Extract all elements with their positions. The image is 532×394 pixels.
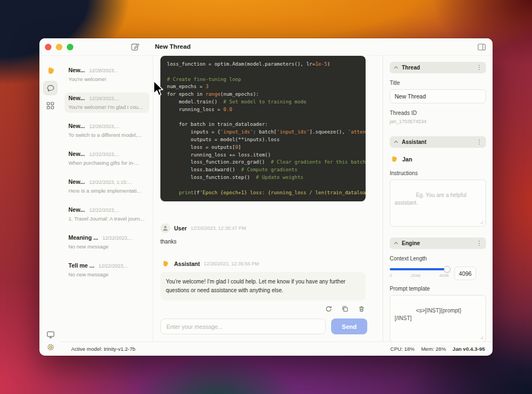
code-line: inputs = {'input_ids': batch['input_ids'…: [167, 129, 359, 136]
message-timestamp: 12/26/2023, 12:35:47 PM: [190, 225, 246, 231]
code-line: model.train() # Set model to training mo…: [167, 99, 359, 106]
thread-snippet: You're welcome!: [68, 76, 146, 82]
thread-list-item[interactable]: New...12/22/2023,...1. Travel Journal: A…: [65, 204, 149, 224]
tick-min: 0: [390, 273, 392, 278]
memory-status: Mem: 28%: [421, 346, 446, 352]
code-line: running_loss = 0.0: [167, 106, 359, 114]
kebab-menu-icon[interactable]: ⋮: [476, 139, 482, 145]
thread-list-item[interactable]: New...12/28/2023...You're welcome!: [65, 65, 149, 85]
nav-chat-icon[interactable]: [43, 81, 57, 95]
thread-list-item[interactable]: Meaning ...12/22/2023,...No new message: [65, 232, 149, 252]
engine-section-header[interactable]: Engine ⋮: [390, 237, 486, 249]
chat-area: loss_function = optim.Adam(model.paramet…: [153, 56, 383, 341]
active-model-status: Active model: trinity-v1.2-7b: [71, 346, 135, 352]
context-length-slider[interactable]: [390, 268, 449, 270]
thread-list-item[interactable]: New...12/22/2023, 1:15:...Here is a simp…: [65, 176, 149, 196]
message-input[interactable]: [160, 318, 326, 334]
new-thread-compose-icon[interactable]: [130, 42, 140, 52]
thread-list: New...12/28/2023...You're welcome!New...…: [61, 56, 153, 341]
code-line: loss_function.step() # Update weights: [167, 174, 359, 182]
titlebar: New Thread: [39, 38, 493, 56]
chevron-up-icon: [394, 66, 398, 69]
resize-handle-icon[interactable]: [480, 221, 484, 224]
thread-title: New...: [68, 95, 85, 101]
thread-title: New...: [68, 67, 85, 73]
thread-date: 12/22/2023,...: [99, 263, 129, 269]
window-controls: [45, 44, 73, 50]
wave-icon: [390, 155, 398, 164]
context-length-value[interactable]: 4096: [454, 266, 476, 280]
code-line: [167, 68, 359, 76]
cpu-status: CPU: 18%: [390, 346, 414, 352]
close-window-button[interactable]: [45, 44, 51, 50]
code-line: loss_function = optim.Adam(model.paramet…: [167, 61, 359, 68]
threads-id-label: Threads ID: [390, 110, 486, 116]
section-title: Assistant: [402, 139, 476, 145]
thread-snippet: No new message: [68, 244, 146, 250]
delete-trash-icon[interactable]: [358, 305, 366, 313]
section-title: Thread: [402, 65, 476, 71]
thread-title-input[interactable]: New Thread: [390, 89, 486, 103]
code-line: loss.backward() # Compute gradients: [167, 166, 359, 174]
section-title: Engine: [402, 240, 476, 246]
code-line: for epoch in range(num_epochs):: [167, 91, 359, 99]
code-line: running_loss += loss.item(): [167, 152, 359, 159]
thread-title: Meaning ...: [68, 234, 98, 241]
assistant-identity: Jan: [390, 155, 486, 164]
thread-list-item[interactable]: New...12/28/2023,...You're welcome! I'm …: [65, 92, 149, 113]
toggle-right-panel-icon[interactable]: [477, 43, 486, 51]
thread-date: 12/26/2023,...: [89, 124, 119, 129]
regenerate-icon[interactable]: [325, 305, 333, 313]
message-actions: [160, 305, 366, 313]
thread-title: Tell me ...: [68, 262, 94, 269]
thread-date: 12/22/2023,...: [89, 207, 119, 213]
settings-gear-icon[interactable]: [47, 343, 55, 351]
thread-date: 12/28/2023...: [89, 68, 118, 73]
assistant-message: Assistant 12/26/2023, 12:35:56 PM You're…: [160, 259, 366, 300]
send-button[interactable]: Send: [331, 318, 367, 334]
thread-snippet: You're welcome! I'm glad I cou...: [68, 104, 146, 110]
page-title: New Thread: [155, 43, 190, 50]
instructions-textarea[interactable]: Eg. You are a helpful assistant.: [390, 179, 486, 227]
thread-section-header[interactable]: Thread ⋮: [390, 62, 486, 73]
thread-title-value: New Thread: [395, 93, 426, 100]
resize-handle-icon[interactable]: [480, 336, 484, 340]
message-role: User: [174, 225, 187, 231]
desktop-wallpaper: New Thread: [0, 0, 532, 394]
instructions-placeholder: Eg. You are a helpful assistant.: [395, 192, 468, 206]
prompt-template-textarea[interactable]: <s>[INST]{prompt} [/INST]: [390, 295, 486, 341]
assistant-name: Jan: [402, 156, 412, 163]
jan-app-window: New Thread: [39, 38, 493, 356]
code-line: print(f'Epoch {epoch+1} loss: {running_l…: [167, 189, 359, 197]
kebab-menu-icon[interactable]: ⋮: [476, 240, 482, 246]
thread-date: 12/22/2023, 1:15:...: [89, 179, 132, 185]
minimize-window-button[interactable]: [56, 44, 62, 50]
thread-title: New...: [68, 178, 85, 185]
code-line: # Create fine-tuning loop: [167, 76, 359, 84]
app-version: Jan v0.4.3-95: [453, 346, 485, 352]
copy-icon[interactable]: [342, 305, 349, 313]
composer: Send: [160, 318, 367, 334]
left-ribbon: [39, 56, 61, 356]
thread-list-item[interactable]: Tell me ...12/22/2023,...No new message: [65, 260, 149, 280]
assistant-section-header[interactable]: Assistant ⋮: [390, 136, 486, 148]
zoom-window-button[interactable]: [67, 44, 73, 50]
thread-date: 12/28/2023,...: [89, 96, 119, 101]
system-monitor-icon[interactable]: [47, 331, 55, 339]
message-text: You're welcome! I'm glad I could help. L…: [160, 272, 366, 300]
thread-list-item[interactable]: New...12/26/2023,...To switch to a diffe…: [65, 120, 149, 141]
thread-snippet: No new message: [68, 271, 146, 277]
status-bar: Active model: trinity-v1.2-7b CPU: 18% M…: [61, 341, 493, 356]
user-avatar: [160, 223, 170, 233]
code-line: num_epochs = 3: [167, 83, 359, 91]
tick-mid: 2048: [410, 273, 420, 278]
slider-knob[interactable]: [444, 266, 450, 273]
user-message: User 12/26/2023, 12:35:47 PM thanks: [160, 223, 366, 245]
thread-list-item[interactable]: New...12/22/2023,...When purchasing gift…: [65, 148, 149, 169]
nav-hub-grid-icon[interactable]: [43, 99, 57, 113]
thread-snippet: Here is a simple implementati...: [68, 188, 146, 194]
thread-date: 12/22/2023,...: [89, 152, 119, 157]
thread-date: 12/22/2023,...: [102, 235, 132, 241]
code-line: [167, 182, 359, 189]
kebab-menu-icon[interactable]: ⋮: [476, 65, 482, 71]
